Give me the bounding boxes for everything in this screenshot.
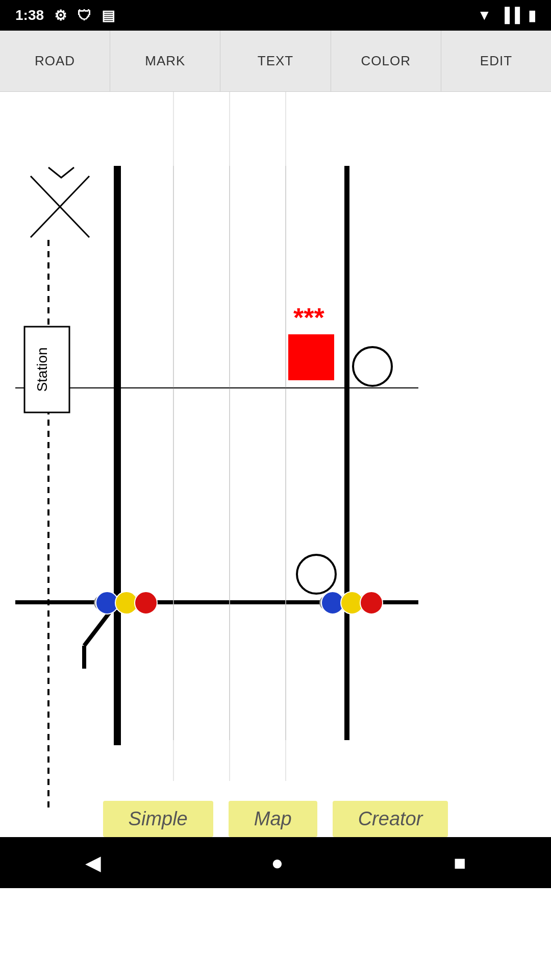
battery-icon: ▮ — [528, 7, 536, 24]
nav-text[interactable]: TEXT — [220, 31, 331, 91]
status-left: 1:38 ⚙ 🛡 ▤ — [15, 7, 115, 24]
svg-point-29 — [360, 592, 383, 614]
svg-text:Station: Station — [34, 347, 50, 391]
svg-text:***: *** — [293, 303, 324, 332]
canvas-area[interactable]: Station *** Simple Map Creator ◀ ● ■ — [0, 92, 551, 888]
recents-button[interactable]: ■ — [454, 851, 466, 874]
status-right: ▼ ▐▐ ▮ — [478, 7, 536, 24]
bottom-tabs: Simple Map Creator — [0, 801, 551, 837]
signal-icon: ▐▐ — [499, 7, 520, 23]
android-nav-bar: ◀ ● ■ — [0, 837, 551, 888]
svg-point-19 — [297, 555, 336, 594]
back-button[interactable]: ◀ — [85, 851, 101, 874]
nav-road[interactable]: ROAD — [0, 31, 110, 91]
tab-simple[interactable]: Simple — [103, 801, 213, 837]
wifi-icon: ▼ — [478, 7, 492, 23]
status-bar: 1:38 ⚙ 🛡 ▤ ▼ ▐▐ ▮ — [0, 0, 551, 31]
svg-point-18 — [353, 347, 392, 386]
shield-icon: 🛡 — [77, 7, 91, 24]
svg-rect-17 — [288, 334, 334, 380]
gear-icon: ⚙ — [54, 7, 67, 24]
top-nav: ROAD MARK TEXT COLOR EDIT — [0, 31, 551, 92]
home-button[interactable]: ● — [271, 851, 283, 874]
time: 1:38 — [15, 7, 44, 23]
tab-map[interactable]: Map — [229, 801, 317, 837]
tab-creator[interactable]: Creator — [333, 801, 448, 837]
nav-edit[interactable]: EDIT — [441, 31, 551, 91]
svg-point-25 — [135, 592, 157, 614]
main-canvas: Station *** — [0, 92, 551, 888]
nav-mark[interactable]: MARK — [110, 31, 220, 91]
nav-color[interactable]: COLOR — [331, 31, 441, 91]
sim-icon: ▤ — [102, 7, 115, 24]
